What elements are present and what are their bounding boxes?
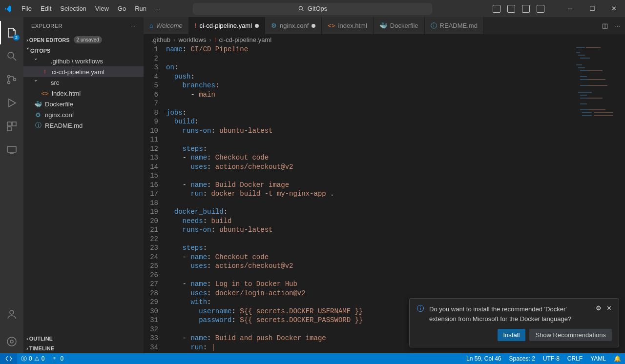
- svg-rect-25: [578, 92, 592, 93]
- file-type-icon: 🐳: [34, 101, 42, 108]
- window-close-button[interactable]: ✕: [603, 0, 625, 17]
- activity-remote-explorer[interactable]: [0, 138, 23, 162]
- tab-ci-cd-pipeline-yaml[interactable]: !ci-cd-pipeline.yaml: [189, 17, 265, 34]
- layout-toggle-1[interactable]: [493, 5, 500, 13]
- remote-indicator[interactable]: [0, 353, 17, 364]
- tab-file-icon: ⓘ: [431, 21, 437, 30]
- menu-view[interactable]: View: [91, 3, 113, 14]
- tree-item-label: index.html: [52, 90, 81, 97]
- status-problems[interactable]: ⓧ0 ⚠0: [17, 355, 48, 363]
- tab-label: Dockerfile: [390, 22, 418, 29]
- notification-toast: Do you want to install the recommended '…: [409, 298, 619, 347]
- split-editor-icon[interactable]: ◫: [602, 22, 608, 29]
- editor-more-icon[interactable]: ···: [615, 22, 620, 29]
- notification-close-icon[interactable]: ✕: [606, 304, 612, 312]
- activity-search[interactable]: [0, 44, 23, 68]
- activity-extensions[interactable]: [0, 115, 23, 138]
- svg-rect-17: [578, 55, 585, 56]
- file-item[interactable]: ⚙nginx.conf: [23, 109, 144, 120]
- svg-rect-21: [580, 70, 589, 71]
- tab-readme-md[interactable]: ⓘREADME.md: [425, 17, 484, 34]
- section-timeline[interactable]: ›TIMELINE: [23, 344, 144, 353]
- svg-point-12: [10, 310, 14, 314]
- section-outline[interactable]: ›OUTLINE: [23, 334, 144, 344]
- svg-point-6: [14, 79, 16, 81]
- explorer-badge: 2: [13, 35, 20, 40]
- file-item[interactable]: 🐳Dockerfile: [23, 99, 144, 109]
- line-number-gutter: 1234567891011121314151617181920212223242…: [144, 45, 166, 353]
- tab-dockerfile[interactable]: 🐳Dockerfile: [374, 17, 425, 34]
- activity-run-debug[interactable]: [0, 91, 23, 115]
- status-notifications-icon[interactable]: 🔔: [610, 355, 625, 362]
- folder-item[interactable]: ˅src: [23, 77, 144, 88]
- menu-run[interactable]: Run: [131, 3, 150, 14]
- menu-selection[interactable]: Selection: [56, 3, 90, 14]
- vscode-logo-icon: [4, 5, 12, 13]
- file-type-icon: !: [41, 68, 49, 76]
- breadcrumb-segment[interactable]: .github: [151, 36, 170, 43]
- svg-rect-30: [582, 112, 592, 113]
- status-cursor[interactable]: Ln 59, Col 46: [462, 355, 505, 362]
- notification-message: Do you want to install the recommended '…: [429, 304, 591, 324]
- svg-rect-36: [588, 98, 603, 99]
- tab-label: ci-cd-pipeline.yaml: [199, 22, 252, 29]
- svg-point-4: [8, 76, 10, 78]
- menu-edit[interactable]: Edit: [37, 3, 55, 14]
- command-center-search[interactable]: GitOps: [193, 3, 432, 15]
- status-ports[interactable]: ᯤ0: [48, 355, 67, 362]
- breadcrumb-segment[interactable]: workflows: [178, 36, 206, 43]
- svg-rect-31: [582, 115, 592, 116]
- tab-index-html[interactable]: <>index.html: [322, 17, 373, 34]
- activity-explorer[interactable]: 2: [0, 21, 23, 44]
- layout-toggle-2[interactable]: [507, 5, 515, 13]
- tab-file-icon: ⌂: [149, 22, 153, 29]
- window-minimize-button[interactable]: ─: [559, 0, 581, 17]
- status-language[interactable]: YAML: [586, 355, 610, 362]
- breadcrumb-sep-icon: ›: [209, 36, 211, 43]
- file-item[interactable]: <>index.html: [23, 88, 144, 99]
- notification-gear-icon[interactable]: ⚙: [596, 304, 602, 312]
- svg-rect-9: [7, 127, 11, 131]
- status-eol[interactable]: CRLF: [563, 355, 586, 362]
- svg-rect-22: [580, 76, 587, 77]
- svg-rect-8: [12, 122, 16, 126]
- svg-rect-19: [576, 64, 582, 65]
- show-recommendations-button[interactable]: Show Recommendations: [529, 329, 612, 341]
- svg-rect-18: [580, 58, 590, 59]
- tab-label: README.md: [440, 22, 478, 29]
- menu-bar: FileEditSelectionViewGoRun···: [18, 3, 165, 14]
- tab-welcome[interactable]: ⌂Welcome: [144, 17, 189, 34]
- tab-nginx-conf[interactable]: ⚙nginx.conf: [265, 17, 322, 34]
- file-item[interactable]: !ci-cd-pipeline.yaml: [23, 66, 144, 77]
- menu-go[interactable]: Go: [114, 3, 130, 14]
- activity-source-control[interactable]: [0, 68, 23, 91]
- status-encoding[interactable]: UTF-8: [539, 355, 563, 362]
- layout-toggle-4[interactable]: [537, 5, 544, 13]
- menu-file[interactable]: File: [18, 3, 36, 14]
- folder-item[interactable]: ˅.github \ workflows: [23, 56, 144, 66]
- sidebar-more-icon[interactable]: ···: [130, 23, 136, 29]
- sidebar-title: EXPLORER: [31, 23, 62, 29]
- activity-accounts[interactable]: [0, 303, 23, 326]
- svg-rect-34: [588, 79, 605, 80]
- activity-settings[interactable]: [0, 330, 23, 353]
- section-project[interactable]: ˅ GITOPS: [23, 45, 144, 56]
- breadcrumb[interactable]: .github›workflows›!ci-cd-pipeline.yaml: [144, 34, 625, 45]
- svg-rect-10: [7, 146, 16, 152]
- status-bar: ⓧ0 ⚠0 ᯤ0 Ln 59, Col 46 Spaces: 2 UTF-8 C…: [0, 353, 625, 364]
- file-item[interactable]: ⓘREADME.md: [23, 120, 144, 131]
- editor-area: ⌂Welcome!ci-cd-pipeline.yaml⚙nginx.conf<…: [144, 17, 625, 353]
- tab-label: index.html: [338, 22, 367, 29]
- window-maximize-button[interactable]: ☐: [581, 0, 603, 17]
- layout-toggle-3[interactable]: [522, 5, 530, 13]
- tree-item-label: README.md: [45, 122, 83, 129]
- section-open-editors[interactable]: › OPEN EDITORS 2 unsaved: [23, 34, 144, 45]
- status-indentation[interactable]: Spaces: 2: [505, 355, 539, 362]
- svg-rect-39: [594, 115, 613, 116]
- svg-point-42: [420, 306, 420, 307]
- install-button[interactable]: Install: [498, 329, 526, 341]
- menu-···[interactable]: ···: [151, 3, 165, 14]
- tree-item-label: Dockerfile: [45, 101, 73, 108]
- dirty-indicator-icon: [312, 24, 315, 28]
- breadcrumb-segment[interactable]: ci-cd-pipeline.yaml: [219, 36, 271, 43]
